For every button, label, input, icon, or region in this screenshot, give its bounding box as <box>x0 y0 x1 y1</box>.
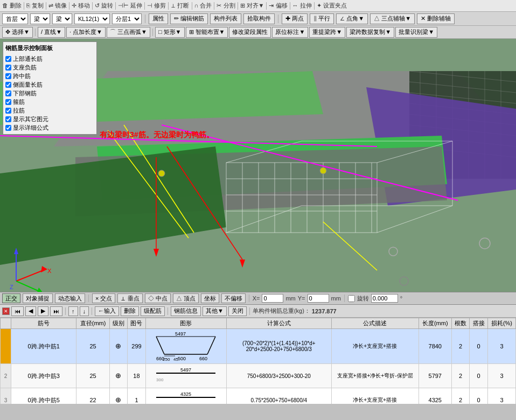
delete-btn[interactable]: 🗑 删除 <box>2 2 22 10</box>
parallel-btn[interactable]: ∥ 平行 <box>310 13 334 24</box>
panel-item-6[interactable]: 箍筋 <box>5 97 94 106</box>
intersection-btn[interactable]: × 交点 <box>92 293 115 303</box>
length-cell-1[interactable]: 7840 <box>419 329 451 364</box>
move-up-btn[interactable]: ↑ <box>68 306 78 316</box>
checkbox-mid-rebar[interactable] <box>5 73 11 79</box>
split-btn[interactable]: ✂ 分割 <box>217 2 235 10</box>
checkbox-bottom-rebar[interactable] <box>5 90 11 96</box>
jin-hao-cell[interactable]: 0跨.跨中筋1 <box>11 329 76 364</box>
three-point-btn[interactable]: △ 三点辅轴▼ <box>370 13 415 24</box>
panel-item-4[interactable]: 侧面量长筋 <box>5 80 94 89</box>
rebar-info-btn[interactable]: 钢筋信息 <box>171 306 201 316</box>
3d-view[interactable]: Z X Y 钢筋显示控制面板 上部通长筋 支座负筋 跨中筋 侧面量长筋 下部 <box>0 39 516 292</box>
col-desc[interactable]: 公式描述 <box>331 318 419 329</box>
length-cell-3[interactable]: 4325 <box>419 388 451 404</box>
diameter-cell[interactable]: 25 <box>76 364 109 388</box>
extend-btn[interactable]: ⊣⊢ 延伸 <box>118 2 142 10</box>
join-btn[interactable]: ∩ 合并 <box>194 2 212 10</box>
diameter-cell[interactable]: 25 <box>76 329 109 364</box>
jin-hao-cell[interactable]: 0跨.跨中筋5 <box>11 388 76 404</box>
two-point-btn[interactable]: ✚ 两点 <box>282 13 308 24</box>
floor-select[interactable]: 首层 <box>2 13 28 24</box>
formula-cell-2[interactable]: 750+6800/3+2500+300-20 <box>226 364 331 388</box>
three-arc-btn[interactable]: ⌒ 三点画弧▼ <box>107 27 150 38</box>
table-row[interactable]: 3 0跨.跨中筋5 22 ⊕ 1 4325 0.75*2500+750+6800… <box>1 388 516 404</box>
panel-item-3[interactable]: 跨中筋 <box>5 72 94 80</box>
element-select[interactable]: 梁 <box>52 13 72 24</box>
component-list-btn[interactable]: 构件列表 <box>210 13 241 24</box>
set-grip-btn[interactable]: ✦ 设置夹点 <box>317 2 347 10</box>
col-overlap[interactable]: 搭接 <box>470 318 488 329</box>
checkbox-tie-rebar[interactable] <box>5 108 11 114</box>
panel-item-1[interactable]: 上部通长筋 <box>5 54 94 63</box>
overlap-cell-1[interactable]: 0 <box>470 329 488 364</box>
mirror-btn[interactable]: ⇌ 镜像 <box>48 2 67 10</box>
offset-btn[interactable]: ⇥ 偏移 <box>269 2 287 10</box>
stretch-btn[interactable]: ↔ 拉伸 <box>292 2 312 10</box>
rotate-btn[interactable]: ↺ 旋转 <box>95 2 113 10</box>
rotate-input[interactable] <box>371 294 398 303</box>
align-btn[interactable]: ⊞ 对齐▼ <box>240 2 264 10</box>
no-offset-btn[interactable]: 不偏移 <box>221 293 246 303</box>
checkbox-detail-formula[interactable] <box>5 125 11 131</box>
fig-num-cell[interactable]: 18 <box>128 364 146 388</box>
checkbox-stirrup[interactable] <box>5 99 11 105</box>
nav-first-btn[interactable]: ⏮ <box>11 306 24 316</box>
angle-btn[interactable]: ∠ 点角▼ <box>336 13 368 24</box>
count-cell-3[interactable]: 2 <box>451 388 470 404</box>
col-count[interactable]: 根数 <box>451 318 470 329</box>
del-aux-btn[interactable]: ✕ 删除辅轴 <box>417 13 455 24</box>
col-formula[interactable]: 计算公式 <box>226 318 331 329</box>
jin-hao-cell[interactable]: 0跨.跨中筋3 <box>11 364 76 388</box>
checkbox-side-rebar[interactable] <box>5 82 11 88</box>
col-length[interactable]: 长度(mm) <box>419 318 451 329</box>
fig-num-cell[interactable]: 1 <box>128 388 146 404</box>
col-grade[interactable]: 级别 <box>109 318 128 329</box>
batch-rebar-btn[interactable]: 批量识别梁▼ <box>395 27 437 38</box>
table-row[interactable]: 2 0跨.跨中筋3 25 ⊕ 18 5497 300 750+6800/3+25… <box>1 364 516 388</box>
ortho-btn[interactable]: 正交 <box>2 293 20 303</box>
col-diameter[interactable]: 直径(mm) <box>76 318 109 329</box>
data-table-container[interactable]: 筋号 直径(mm) 级别 图号 图形 计算公式 公式描述 长度(mm) 根数 搭… <box>0 318 516 404</box>
in-situ-mark-btn[interactable]: 原位标注▼ <box>272 27 308 38</box>
panel-item-9[interactable]: 显示详细公式 <box>5 123 94 132</box>
line-btn[interactable]: / 直线▼ <box>38 27 65 38</box>
re-span-btn[interactable]: 重提梁跨▼ <box>309 27 345 38</box>
rect-btn[interactable]: □ 矩形▼ <box>155 27 185 38</box>
modify-span-btn[interactable]: 修改梁段属性 <box>229 27 271 38</box>
select-btn[interactable]: ✥ 选择▼ <box>2 27 33 38</box>
formula-cell-3[interactable]: 0.75*2500+750+6800/4 <box>226 388 331 404</box>
span-select[interactable]: 分层1 <box>112 13 142 24</box>
code-select[interactable]: KL12(1) <box>74 13 110 24</box>
checkbox-top-rebar[interactable] <box>5 56 11 62</box>
diameter-cell[interactable]: 22 <box>76 388 109 404</box>
property-btn[interactable]: 属性 <box>149 13 168 24</box>
perp-btn[interactable]: ⊥ 垂点 <box>117 293 142 303</box>
loss-cell-3[interactable]: 3 <box>487 388 515 404</box>
panel-item-7[interactable]: 拉筋 <box>5 106 94 115</box>
snap-btn[interactable]: 对象捕捉 <box>23 293 53 303</box>
del-row-btn[interactable]: 删除 <box>121 306 139 316</box>
move-btn[interactable]: ✛ 移动 <box>72 2 90 10</box>
pick-component-btn[interactable]: 拾取构件 <box>243 13 275 24</box>
span-copy-btn[interactable]: 梁跨数据复制▼ <box>346 27 394 38</box>
col-jin-hao[interactable]: 筋号 <box>11 318 76 329</box>
y-input[interactable] <box>308 294 329 303</box>
checkbox-other-elem[interactable] <box>5 116 11 122</box>
panel-item-8[interactable]: 显示其它图元 <box>5 115 94 123</box>
loss-cell-1[interactable]: 3 <box>487 329 515 364</box>
dynamic-input-btn[interactable]: 动态输入 <box>55 293 85 303</box>
import-btn[interactable]: ←输入 <box>95 306 119 316</box>
nav-next-btn[interactable]: ▶ <box>38 306 48 316</box>
count-cell-1[interactable]: 2 <box>451 329 470 364</box>
nav-prev-btn[interactable]: ◀ <box>25 306 36 316</box>
rotate-checkbox[interactable] <box>348 295 355 302</box>
checkbox-support-rebar[interactable] <box>5 65 11 71</box>
length-cell-2[interactable]: 5797 <box>419 364 451 388</box>
move-down-btn[interactable]: ↓ <box>80 306 89 316</box>
col-shape[interactable]: 图形 <box>145 318 226 329</box>
edit-rebar-btn[interactable]: ✏ 编辑钢筋 <box>170 13 208 24</box>
vertex-btn[interactable]: △ 顶点 <box>173 293 199 303</box>
col-fig-num[interactable]: 图号 <box>128 318 146 329</box>
coord-btn[interactable]: 坐标 <box>201 293 219 303</box>
